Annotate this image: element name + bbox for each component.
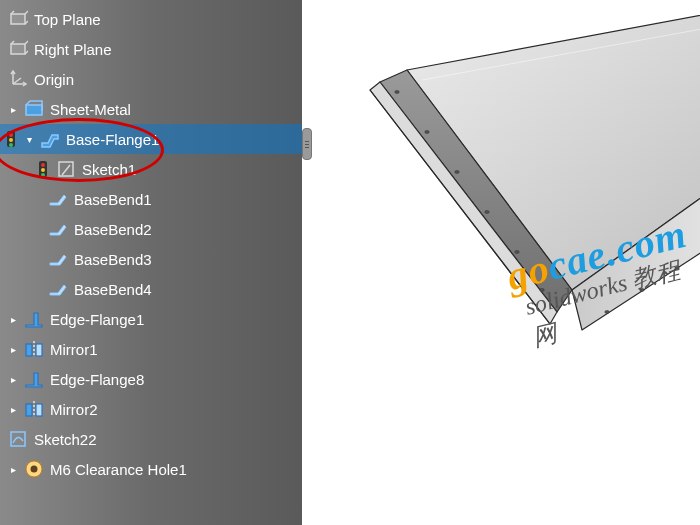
svg-line-1 xyxy=(25,11,28,14)
sheetmetal-part[interactable] xyxy=(322,0,700,510)
bend-icon xyxy=(48,189,68,209)
tree-item-sketch22[interactable]: Sketch22 xyxy=(0,424,302,454)
mirror-icon xyxy=(24,399,44,419)
tree-label: BaseBend1 xyxy=(74,191,152,208)
tree-item-sheet-metal[interactable]: ▸ Sheet-Metal xyxy=(0,94,302,124)
svg-point-11 xyxy=(9,133,13,137)
sheetmetal-icon xyxy=(24,99,44,119)
bend-icon xyxy=(48,249,68,269)
chevron-right-icon[interactable]: ▸ xyxy=(8,404,18,414)
tree-item-top-plane[interactable]: Top Plane xyxy=(0,4,302,34)
chevron-down-icon[interactable]: ▾ xyxy=(24,134,34,144)
svg-point-38 xyxy=(485,211,489,214)
edgeflange-icon xyxy=(24,309,44,329)
3d-viewport[interactable]: gocae.com solidworks 教程网 xyxy=(302,0,700,525)
tree-label: BaseBend4 xyxy=(74,281,152,298)
tree-item-basebend1[interactable]: BaseBend1 xyxy=(0,184,302,214)
mirror-icon xyxy=(24,339,44,359)
sketch-icon xyxy=(8,429,28,449)
panel-drag-handle[interactable] xyxy=(302,128,312,160)
svg-point-36 xyxy=(425,131,429,134)
tree-label: Right Plane xyxy=(34,41,112,58)
edgeflange-icon xyxy=(24,369,44,389)
feature-tree[interactable]: Top Plane Right Plane Origin ▸ Sheet-Met… xyxy=(0,0,302,525)
chevron-right-icon[interactable]: ▸ xyxy=(8,464,18,474)
tree-item-basebend3[interactable]: BaseBend3 xyxy=(0,244,302,274)
chevron-right-icon[interactable]: ▸ xyxy=(8,344,18,354)
tree-label: Sketch22 xyxy=(34,431,97,448)
svg-point-12 xyxy=(9,138,13,142)
tree-label: Edge-Flange1 xyxy=(50,311,144,328)
svg-point-41 xyxy=(605,311,609,314)
svg-rect-24 xyxy=(36,404,42,416)
svg-rect-20 xyxy=(26,344,32,356)
svg-line-8 xyxy=(13,78,21,84)
chevron-right-icon[interactable]: ▸ xyxy=(8,314,18,324)
baseflange-icon xyxy=(40,129,60,149)
svg-rect-26 xyxy=(11,432,25,446)
chevron-right-icon[interactable]: ▸ xyxy=(8,104,18,114)
tree-item-base-flange1[interactable]: ▾ Base-Flange1 xyxy=(0,124,302,154)
svg-line-19 xyxy=(62,165,70,175)
svg-point-16 xyxy=(41,168,45,172)
tree-label: Sketch1 xyxy=(82,161,136,178)
bend-icon xyxy=(48,219,68,239)
traffic-light-icon xyxy=(4,129,18,149)
chevron-right-icon[interactable]: ▸ xyxy=(8,374,18,384)
svg-point-40 xyxy=(540,289,544,292)
tree-label: Sheet-Metal xyxy=(50,101,131,118)
tree-label: Edge-Flange8 xyxy=(50,371,144,388)
tree-item-origin[interactable]: Origin xyxy=(0,64,302,94)
tree-item-basebend2[interactable]: BaseBend2 xyxy=(0,214,302,244)
sketch-icon xyxy=(56,159,76,179)
svg-point-37 xyxy=(455,171,459,174)
tree-label: Mirror2 xyxy=(50,401,98,418)
tree-item-basebend4[interactable]: BaseBend4 xyxy=(0,274,302,304)
tree-label: Base-Flange1 xyxy=(66,131,159,148)
svg-point-15 xyxy=(41,163,45,167)
plane-icon xyxy=(8,9,28,29)
svg-point-13 xyxy=(9,143,13,147)
svg-point-17 xyxy=(41,173,45,177)
traffic-light-icon xyxy=(36,159,50,179)
tree-label: Origin xyxy=(34,71,74,88)
tree-label: BaseBend2 xyxy=(74,221,152,238)
tree-item-m6-hole[interactable]: ▸ M6 Clearance Hole1 xyxy=(0,454,302,484)
svg-point-42 xyxy=(640,289,644,292)
hole-icon xyxy=(24,459,44,479)
tree-label: Top Plane xyxy=(34,11,101,28)
tree-item-edge-flange1[interactable]: ▸ Edge-Flange1 xyxy=(0,304,302,334)
tree-item-mirror2[interactable]: ▸ Mirror2 xyxy=(0,394,302,424)
svg-point-35 xyxy=(395,91,399,94)
svg-rect-21 xyxy=(36,344,42,356)
plane-icon xyxy=(8,39,28,59)
svg-line-4 xyxy=(25,41,28,44)
svg-point-28 xyxy=(31,466,38,473)
tree-item-sketch1[interactable]: Sketch1 xyxy=(0,154,302,184)
tree-item-mirror1[interactable]: ▸ Mirror1 xyxy=(0,334,302,364)
tree-label: Mirror1 xyxy=(50,341,98,358)
origin-icon xyxy=(8,69,28,89)
svg-point-39 xyxy=(515,251,519,254)
tree-label: BaseBend3 xyxy=(74,251,152,268)
tree-label: M6 Clearance Hole1 xyxy=(50,461,187,478)
svg-rect-23 xyxy=(26,404,32,416)
bend-icon xyxy=(48,279,68,299)
tree-item-right-plane[interactable]: Right Plane xyxy=(0,34,302,64)
tree-item-edge-flange8[interactable]: ▸ Edge-Flange8 xyxy=(0,364,302,394)
svg-point-43 xyxy=(675,267,679,270)
svg-rect-9 xyxy=(26,105,42,115)
